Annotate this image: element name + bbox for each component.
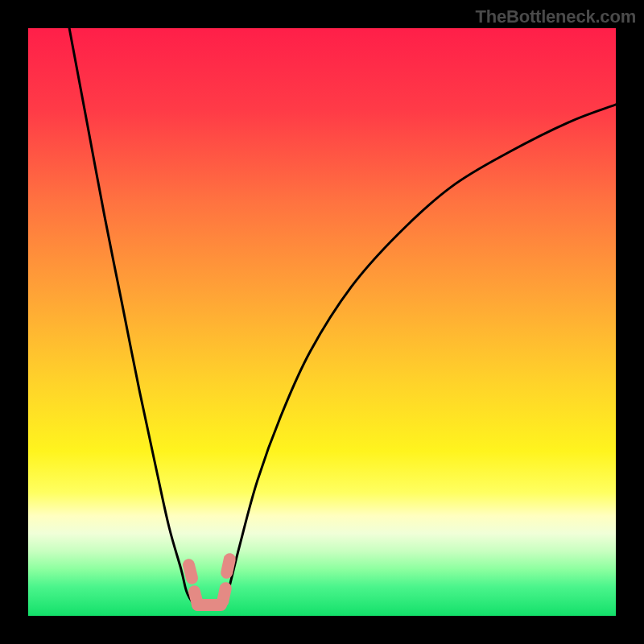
marker-floor-blob xyxy=(192,599,227,611)
chart-frame: TheBottleneck.com xyxy=(0,0,644,644)
curve-layer xyxy=(28,28,616,616)
plot-area xyxy=(28,28,616,616)
curve-left xyxy=(69,28,194,605)
curve-right xyxy=(224,105,616,605)
attribution-text: TheBottleneck.com xyxy=(475,6,636,27)
